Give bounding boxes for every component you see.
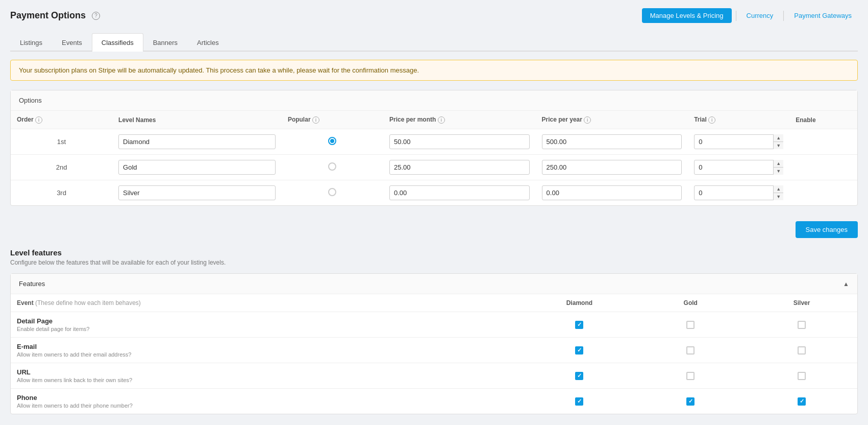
feature-desc: Enable detail page for items? bbox=[17, 326, 517, 332]
table-row: Detail Page Enable detail page for items… bbox=[11, 312, 857, 338]
trial-spinners: ▲ ▼ bbox=[773, 185, 783, 200]
ppm-info-icon[interactable]: i bbox=[438, 116, 445, 124]
feature-name-cell: URL Allow item owners link back to their… bbox=[11, 363, 524, 389]
popular-cell bbox=[282, 180, 383, 206]
checkbox-wrap bbox=[641, 346, 740, 355]
feature-checkbox[interactable] bbox=[575, 321, 583, 329]
tab-articles[interactable]: Articles bbox=[187, 33, 229, 52]
feature-checkbox[interactable] bbox=[575, 397, 583, 406]
tab-listings[interactable]: Listings bbox=[10, 33, 52, 52]
feature-gold-cell bbox=[635, 312, 746, 338]
trial-info-icon[interactable]: i bbox=[708, 116, 715, 124]
th-levelnames: Level Names bbox=[112, 111, 282, 129]
trial-spinners: ▲ ▼ bbox=[773, 160, 783, 175]
th-silver: Silver bbox=[746, 294, 857, 312]
spinner-up[interactable]: ▲ bbox=[774, 185, 783, 193]
order-cell: 3rd bbox=[11, 180, 112, 206]
feature-checkbox[interactable] bbox=[798, 346, 806, 355]
feature-diamond-cell bbox=[524, 363, 635, 389]
th-diamond: Diamond bbox=[524, 294, 635, 312]
level-name-cell bbox=[112, 155, 282, 180]
manage-levels-button[interactable]: Manage Levels & Pricing bbox=[642, 8, 732, 23]
spinner-down[interactable]: ▼ bbox=[774, 193, 783, 200]
stripe-alert: Your subscription plans on Stripe will b… bbox=[10, 60, 858, 81]
popular-radio[interactable] bbox=[328, 188, 336, 196]
tabs-container: Listings Events Classifieds Banners Arti… bbox=[10, 33, 858, 52]
page-title: Payment Options bbox=[10, 10, 86, 21]
level-name-input[interactable] bbox=[118, 185, 276, 200]
checkbox-wrap bbox=[530, 372, 629, 380]
help-icon[interactable]: ? bbox=[92, 12, 100, 20]
price-month-input[interactable] bbox=[389, 185, 530, 200]
order-info-icon[interactable]: i bbox=[35, 116, 42, 124]
feature-diamond-cell bbox=[524, 312, 635, 338]
feature-name-cell: E-mail Allow item owners to add their em… bbox=[11, 338, 524, 363]
feature-name: E-mail bbox=[17, 343, 517, 350]
feature-checkbox[interactable] bbox=[686, 397, 695, 406]
feature-checkbox[interactable] bbox=[686, 346, 695, 355]
trial-cell: ▲ ▼ bbox=[688, 129, 789, 155]
spinner-down[interactable]: ▼ bbox=[774, 142, 783, 149]
level-name-cell bbox=[112, 180, 282, 206]
level-name-cell bbox=[112, 129, 282, 155]
feature-gold-cell bbox=[635, 389, 746, 414]
spinner-up[interactable]: ▲ bbox=[774, 160, 783, 168]
popular-info-icon[interactable]: i bbox=[312, 116, 319, 124]
trial-input[interactable] bbox=[694, 160, 783, 175]
popular-radio[interactable] bbox=[328, 137, 336, 145]
checkbox-wrap bbox=[641, 321, 740, 329]
divider bbox=[736, 11, 736, 21]
feature-gold-cell bbox=[635, 363, 746, 389]
feature-checkbox[interactable] bbox=[798, 321, 806, 329]
currency-link[interactable]: Currency bbox=[740, 8, 780, 23]
price-month-cell bbox=[383, 180, 536, 206]
level-features-title: Level features bbox=[10, 248, 858, 257]
tab-classifieds[interactable]: Classifieds bbox=[92, 33, 143, 52]
th-price-month: Price per month i bbox=[383, 111, 536, 129]
feature-silver-cell bbox=[746, 312, 857, 338]
th-enable: Enable bbox=[789, 111, 857, 129]
price-year-input[interactable] bbox=[542, 134, 682, 149]
features-card-header[interactable]: Features ▲ bbox=[11, 274, 857, 294]
popular-radio[interactable] bbox=[328, 162, 336, 171]
feature-name: URL bbox=[17, 368, 517, 376]
th-price-year: Price per year i bbox=[536, 111, 688, 129]
checkbox-wrap bbox=[752, 346, 851, 355]
checkbox-wrap bbox=[641, 372, 740, 380]
features-table: Event (These define how each item behave… bbox=[11, 294, 857, 414]
feature-checkbox[interactable] bbox=[575, 346, 583, 355]
tab-events[interactable]: Events bbox=[52, 33, 92, 52]
checkbox-wrap bbox=[530, 346, 629, 355]
feature-checkbox[interactable] bbox=[686, 372, 695, 380]
tab-banners[interactable]: Banners bbox=[143, 33, 187, 52]
trial-input[interactable] bbox=[694, 185, 783, 200]
checkbox-wrap bbox=[752, 372, 851, 380]
options-card-header: Options bbox=[11, 90, 857, 111]
feature-checkbox[interactable] bbox=[798, 372, 806, 380]
trial-input[interactable] bbox=[694, 134, 783, 149]
feature-checkbox[interactable] bbox=[798, 397, 806, 406]
level-name-input[interactable] bbox=[118, 134, 276, 149]
feature-desc: Allow item owners to add their phone num… bbox=[17, 403, 517, 409]
feature-diamond-cell bbox=[524, 389, 635, 414]
th-gold: Gold bbox=[635, 294, 746, 312]
feature-silver-cell bbox=[746, 389, 857, 414]
spinner-down[interactable]: ▼ bbox=[774, 168, 783, 175]
save-changes-button[interactable]: Save changes bbox=[796, 221, 858, 238]
feature-checkbox[interactable] bbox=[575, 372, 583, 380]
table-row: 3rd ▲ ▼ bbox=[11, 180, 857, 206]
price-month-input[interactable] bbox=[389, 134, 530, 149]
price-year-input[interactable] bbox=[542, 185, 682, 200]
chevron-up-icon: ▲ bbox=[843, 280, 849, 288]
spinner-up[interactable]: ▲ bbox=[774, 134, 783, 142]
payment-gateways-link[interactable]: Payment Gateways bbox=[788, 8, 858, 23]
price-month-input[interactable] bbox=[389, 160, 530, 175]
trial-input-wrap: ▲ ▼ bbox=[694, 160, 783, 175]
checkbox-wrap bbox=[530, 397, 629, 406]
level-name-input[interactable] bbox=[118, 160, 276, 175]
checkbox-wrap bbox=[641, 397, 740, 406]
feature-name-cell: Phone Allow item owners to add their pho… bbox=[11, 389, 524, 414]
price-year-input[interactable] bbox=[542, 160, 682, 175]
ppy-info-icon[interactable]: i bbox=[584, 116, 591, 124]
feature-checkbox[interactable] bbox=[686, 321, 695, 329]
